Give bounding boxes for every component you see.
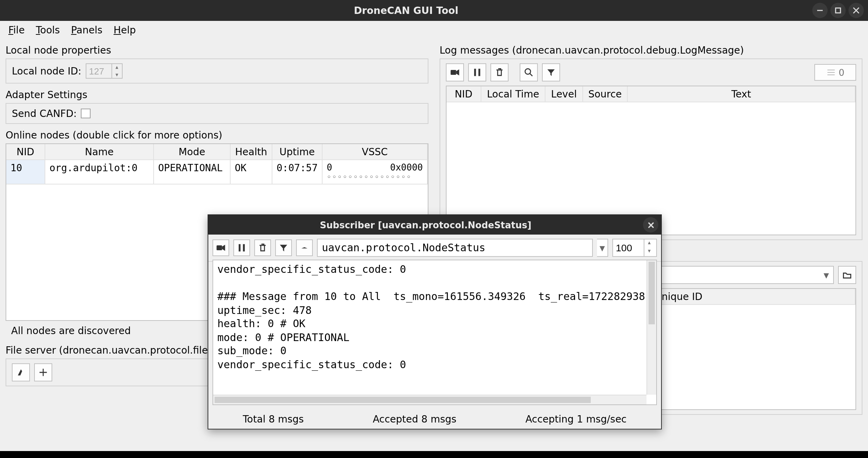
svg-rect-3 (479, 69, 480, 76)
sub-limit-spinbox[interactable]: ▴ ▾ (612, 239, 657, 257)
svg-rect-1 (451, 70, 456, 75)
table-row[interactable]: 10 org.ardupilot:0 OPERATIONAL OK 0:07:5… (6, 160, 428, 184)
send-canfd-checkbox[interactable] (81, 109, 91, 118)
adapter-section-label: Adapter Settings (6, 89, 428, 100)
sub-status-rate: Accepting 1 msg/sec (525, 413, 627, 425)
svg-rect-2 (474, 69, 476, 76)
log-header-text[interactable]: Text (628, 86, 855, 102)
sub-limit-up-icon[interactable]: ▴ (644, 239, 654, 248)
menu-panels[interactable]: Panels (71, 24, 102, 35)
file-server-add-button[interactable] (34, 363, 52, 381)
sub-filter-button[interactable] (275, 239, 292, 256)
sub-pause-button[interactable] (233, 239, 250, 256)
subscriber-window: Subscriber [uavcan.protocol.NodeStatus] … (208, 214, 662, 429)
node-uptime-cell: 0:07:57 (272, 160, 323, 184)
sub-topic-dropdown-button[interactable]: ▼ (597, 239, 608, 257)
sub-plot-button[interactable] (296, 239, 313, 256)
log-header-source[interactable]: Source (583, 86, 628, 102)
svg-rect-7 (243, 244, 245, 252)
node-vssc-cell: 0 0x0000 ◦◦◦◦◦◦◦◦◦◦◦◦◦◦◦◦ (323, 160, 428, 184)
menu-tools[interactable]: Tools (36, 24, 60, 35)
local-node-section-label: Local node properties (6, 45, 428, 56)
log-section-label: Log messages (dronecan.uavcan.protocol.d… (440, 45, 862, 56)
log-record-button[interactable] (446, 63, 464, 81)
log-count-badge: 0 (814, 64, 856, 81)
sub-record-button[interactable] (212, 239, 229, 256)
subscriber-title: Subscriber [uavcan.protocol.NodeStatus] (208, 220, 643, 230)
svg-rect-5 (217, 245, 222, 250)
spinbox-up-icon[interactable]: ▴ (112, 63, 122, 71)
window-title: DroneCAN GUI Tool (0, 5, 812, 16)
sub-log-text: vendor_specific_status_code: 0 ### Messa… (217, 263, 645, 371)
local-node-id-label: Local node ID: (12, 65, 82, 77)
spinbox-down-icon[interactable]: ▾ (112, 71, 122, 79)
sub-status-accepted: Accepted 8 msgs (373, 413, 456, 425)
svg-rect-0 (836, 8, 840, 13)
log-header-level[interactable]: Level (545, 86, 583, 102)
dyn-alloc-open-button[interactable] (838, 266, 856, 284)
maximize-button[interactable] (830, 3, 846, 18)
sub-scrollbar-horizontal[interactable] (213, 395, 646, 404)
sub-limit-input[interactable] (613, 239, 644, 256)
menubar: File Tools Panels Help (0, 21, 868, 39)
sub-clear-button[interactable] (254, 239, 271, 256)
sub-limit-down-icon[interactable]: ▾ (644, 248, 654, 256)
log-header-nid[interactable]: NID (447, 86, 481, 102)
sub-log-area[interactable]: vendor_specific_status_code: 0 ### Messa… (212, 260, 657, 405)
node-nid-cell: 10 (6, 160, 45, 184)
online-nodes-section-label: Online nodes (double click for more opti… (6, 129, 428, 141)
log-table: NID Local Time Level Source Text (446, 86, 856, 235)
file-server-launch-button[interactable] (12, 363, 30, 381)
list-icon (826, 68, 836, 77)
nodes-header-vssc[interactable]: VSSC (323, 144, 428, 160)
menu-file[interactable]: File (8, 24, 25, 35)
node-name-cell: org.ardupilot:0 (45, 160, 154, 184)
log-filter-button[interactable] (542, 63, 560, 81)
nodes-header-nid[interactable]: NID (6, 144, 45, 160)
node-mode-cell: OPERATIONAL (154, 160, 231, 184)
sub-topic-input[interactable] (317, 239, 593, 257)
nodes-header-health[interactable]: Health (231, 144, 272, 160)
node-health-cell: OK (231, 160, 272, 184)
subscriber-close-button[interactable] (643, 217, 658, 232)
log-clear-button[interactable] (490, 63, 509, 81)
sub-status-total: Total 8 msgs (243, 413, 304, 425)
log-search-button[interactable] (520, 63, 538, 81)
log-pause-button[interactable] (468, 63, 486, 81)
svg-rect-6 (239, 244, 240, 252)
minimize-button[interactable] (812, 3, 828, 18)
svg-point-4 (525, 69, 531, 74)
os-titlebar: DroneCAN GUI Tool (0, 0, 868, 21)
sub-scrollbar-vertical[interactable] (646, 260, 656, 395)
menu-help[interactable]: Help (114, 24, 136, 35)
nodes-header-uptime[interactable]: Uptime (272, 144, 323, 160)
close-window-button[interactable] (848, 3, 864, 18)
nodes-header-mode[interactable]: Mode (154, 144, 231, 160)
log-header-time[interactable]: Local Time (481, 86, 545, 102)
send-canfd-label: Send CANFD: (12, 108, 77, 119)
nodes-header-name[interactable]: Name (45, 144, 154, 160)
local-node-id-input[interactable] (86, 66, 111, 76)
local-node-id-spinbox[interactable]: ▴▾ (86, 63, 123, 79)
